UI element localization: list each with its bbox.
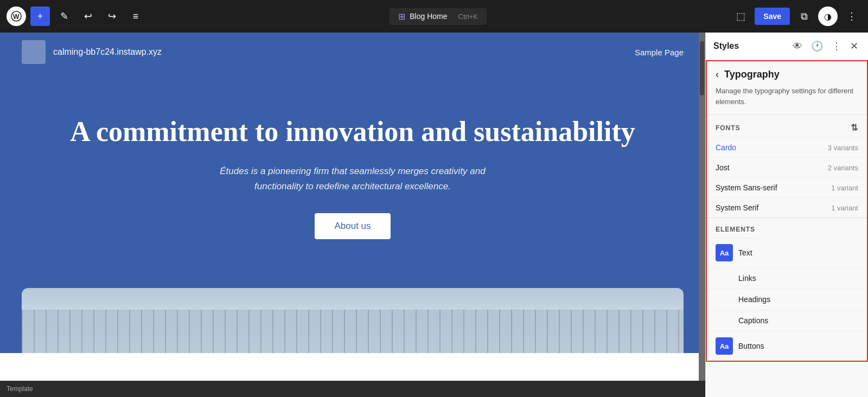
canvas-scroll: calming-bb7c24.instawp.xyz Sample Page A… [0, 33, 705, 381]
template-label: Template [7, 385, 33, 393]
svg-text:W: W [13, 13, 20, 21]
wp-logo: W [7, 7, 26, 26]
canvas-scrollbar[interactable] [699, 33, 705, 381]
font-name-system-serif: System Serif [716, 203, 758, 212]
add-block-button[interactable]: + [30, 7, 50, 26]
building-facade [22, 310, 684, 353]
panel-title: Styles [713, 41, 786, 51]
fonts-label-text: FONTS [716, 124, 740, 132]
canvas-bottom: Template [0, 381, 705, 397]
typography-header: ‹ Typography [707, 61, 867, 84]
layout-button[interactable]: ⧉ [794, 7, 814, 26]
font-variants-jost: 2 variants [828, 164, 858, 172]
elements-label-text: ELEMENTS [716, 226, 755, 233]
site-nav-sample-page: Sample Page [635, 48, 684, 57]
panel-eye-button[interactable]: 👁 [790, 39, 805, 54]
blog-home-pill[interactable]: ⊞ Blog Home Ctrl+K [390, 8, 487, 25]
hero-section: A commitment to innovation and sustainab… [0, 72, 705, 272]
text-element-icon: Aa [716, 244, 733, 261]
blog-home-icon: ⊞ [398, 11, 405, 22]
save-button[interactable]: Save [755, 8, 790, 25]
elements-section-label: ELEMENTS [707, 218, 867, 238]
toolbar-right: ⬚ Save ⧉ ◑ ⋮ [731, 7, 861, 26]
element-item-text[interactable]: Aa Text [707, 238, 867, 267]
links-element-label: Links [716, 274, 756, 283]
font-item-jost[interactable]: Jost 2 variants [707, 157, 867, 177]
font-item-cardo[interactable]: Cardo 3 variants [707, 137, 867, 157]
edit-mode-button[interactable]: ✎ [54, 7, 74, 26]
typography-description: Manage the typography settings for diffe… [707, 84, 867, 115]
preview-button[interactable]: ⬚ [731, 7, 750, 26]
back-button[interactable]: ‹ [716, 69, 719, 80]
captions-element-label: Captions [716, 316, 768, 325]
hero-heading: A commitment to innovation and sustainab… [22, 115, 684, 149]
element-item-captions[interactable]: Captions [707, 310, 867, 331]
font-name-cardo: Cardo [716, 143, 736, 152]
fonts-section-label: FONTS ⇅ [707, 115, 867, 137]
shortcut-label: Ctrl+K [458, 12, 478, 21]
element-item-buttons[interactable]: Aa Buttons [707, 331, 867, 361]
text-element-label: Text [738, 248, 752, 257]
site-logo-image [22, 40, 46, 64]
scrollbar-thumb [700, 41, 704, 95]
about-us-button[interactable]: About us [315, 213, 390, 239]
font-name-system-sans: System Sans-serif [716, 183, 777, 192]
panel-close-button[interactable]: ✕ [848, 38, 860, 54]
panel-body: ‹ Typography Manage the typography setti… [706, 60, 868, 397]
buttons-element-label: Buttons [738, 342, 764, 350]
font-item-system-serif[interactable]: System Serif 1 variant [707, 197, 867, 217]
redo-button[interactable]: ↪ [102, 7, 122, 26]
site-logo-area: calming-bb7c24.instawp.xyz [22, 40, 162, 64]
undo-button[interactable]: ↩ [78, 7, 98, 26]
site-domain: calming-bb7c24.instawp.xyz [53, 47, 162, 57]
dark-mode-button[interactable]: ◑ [818, 7, 838, 26]
toolbar: W + ✎ ↩ ↪ ≡ ⊞ Blog Home Ctrl+K ⬚ Save ⧉ … [0, 0, 868, 33]
buttons-element-icon: Aa [716, 337, 733, 355]
list-view-button[interactable]: ≡ [126, 7, 145, 26]
font-variants-system-serif: 1 variant [831, 204, 858, 212]
building-section [0, 272, 705, 353]
site-header: calming-bb7c24.instawp.xyz Sample Page [0, 33, 705, 72]
element-item-links[interactable]: Links [707, 267, 867, 289]
font-item-system-sans[interactable]: System Sans-serif 1 variant [707, 177, 867, 197]
canvas: calming-bb7c24.instawp.xyz Sample Page A… [0, 33, 705, 381]
panel-more-button[interactable]: ⋮ [829, 38, 844, 54]
options-button[interactable]: ⋮ [842, 7, 861, 26]
panel-header: Styles 👁 🕐 ⋮ ✕ [706, 33, 868, 60]
hero-body: Études is a pioneering firm that seamles… [206, 164, 499, 193]
main-area: calming-bb7c24.instawp.xyz Sample Page A… [0, 33, 868, 397]
panel-history-button[interactable]: 🕐 [809, 38, 825, 54]
font-variants-cardo: 3 variants [828, 144, 858, 152]
building-image [22, 288, 684, 353]
font-variants-system-sans: 1 variant [831, 184, 858, 192]
typography-section: ‹ Typography Manage the typography setti… [706, 60, 868, 362]
toolbar-center: ⊞ Blog Home Ctrl+K [150, 8, 726, 25]
blog-home-label: Blog Home [410, 12, 447, 21]
font-name-jost: Jost [716, 163, 730, 172]
canvas-wrapper: calming-bb7c24.instawp.xyz Sample Page A… [0, 33, 705, 397]
font-list: Cardo 3 variants Jost 2 variants System … [707, 137, 867, 218]
typography-title: Typography [724, 69, 780, 80]
right-panel: Styles 👁 🕐 ⋮ ✕ ‹ Typography Manage the t… [705, 33, 868, 397]
filter-icon[interactable]: ⇅ [851, 123, 858, 133]
element-item-headings[interactable]: Headings [707, 289, 867, 310]
headings-element-label: Headings [716, 295, 770, 304]
